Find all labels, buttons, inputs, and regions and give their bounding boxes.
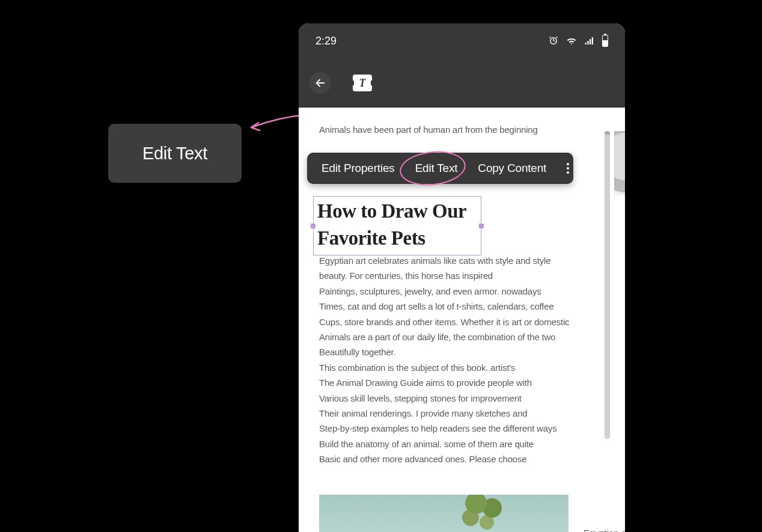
back-arrow-icon (314, 76, 327, 90)
intro-text: Animals have been part of human art from… (319, 124, 605, 135)
body-line: Egyptian art celebrates animals like cat… (319, 253, 605, 268)
alarm-icon (548, 35, 559, 46)
menu-copy-content[interactable]: Copy Content (478, 162, 546, 175)
menu-edit-text[interactable]: Edit Text (415, 162, 458, 175)
app-bar: T (299, 58, 625, 108)
body-line: Their animal renderings. I provide many … (319, 406, 605, 421)
page2-image-fragment (614, 131, 625, 195)
body-line: Paintings, sculptures, jewelry, and even… (319, 284, 605, 299)
body-line: Basic and other more advanced ones. Plea… (319, 451, 605, 466)
menu-overflow-button[interactable] (567, 163, 569, 174)
document-body: Egyptian art celebrates animals like cat… (319, 253, 605, 467)
battery-icon (602, 35, 608, 47)
menu-edit-properties[interactable]: Edit Properties (322, 162, 395, 175)
scrollbar[interactable] (605, 131, 610, 439)
page2-text-fragment: Egyptian a beauty. Fo (299, 525, 625, 532)
status-time: 2:29 (315, 35, 337, 47)
body-line: beauty. For centuries, this horse has in… (319, 268, 605, 283)
body-line: Cups, store brands and other items. Whet… (319, 314, 605, 329)
body-line: Build the anatomy of an animal. some of … (319, 436, 605, 451)
callout-edit-text: Edit Text (108, 124, 242, 183)
selected-text-block[interactable]: How to Draw Our Favorite Pets (313, 196, 481, 255)
status-icons (548, 35, 608, 47)
status-bar: 2:29 (299, 23, 625, 58)
body-line: Step-by-step examples to help readers se… (319, 421, 605, 436)
context-menu: Edit Properties Edit Text Copy Content (307, 153, 573, 184)
body-line: This combination is the subject of this … (319, 360, 605, 375)
callout-label: Edit Text (142, 144, 207, 164)
body-line: Times, cat and dog art sells a lot of t-… (319, 299, 605, 314)
body-line: Various skill levels, stepping stones fo… (319, 391, 605, 406)
body-line: Beautifully together. (319, 344, 605, 359)
wifi-icon (566, 35, 577, 46)
body-line: The Animal Drawing Guide aims to provide… (319, 375, 605, 390)
app-icon[interactable]: T (353, 75, 372, 91)
next-page-preview[interactable]: Egyptian a beauty. Fo (602, 131, 625, 532)
body-line: Animals are a part of our daily life, th… (319, 329, 605, 344)
phone-screen: 2:29 T Animals have been part of human a… (299, 23, 625, 532)
document-title: How to Draw Our Favorite Pets (317, 198, 477, 251)
document-content[interactable]: Animals have been part of human art from… (299, 108, 625, 532)
app-icon-letter: T (359, 77, 366, 90)
back-button[interactable] (309, 72, 331, 94)
signal-icon (584, 35, 595, 46)
